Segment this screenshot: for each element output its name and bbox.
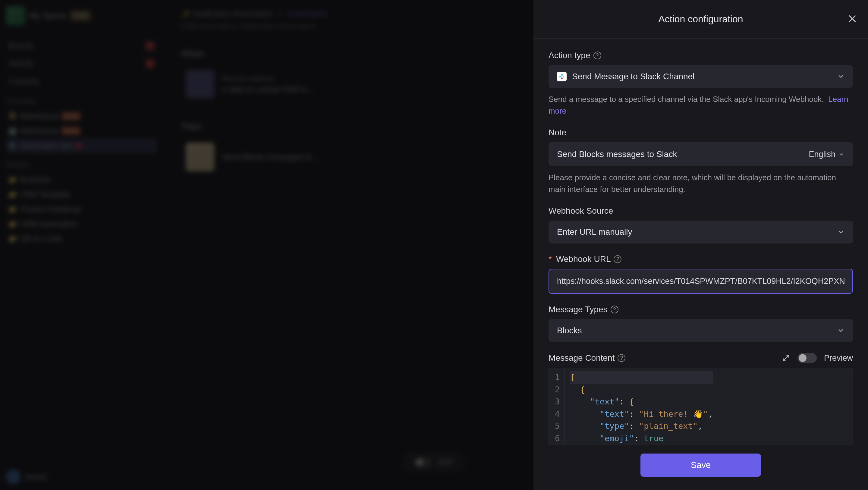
- action-type-select[interactable]: Send Message to Slack Channel: [549, 65, 853, 88]
- help-icon[interactable]: ?: [611, 306, 618, 313]
- close-button[interactable]: [847, 14, 857, 25]
- note-lang-select[interactable]: English: [809, 150, 844, 159]
- panel-title: Action configuration: [658, 13, 743, 25]
- help-icon[interactable]: ?: [614, 255, 621, 263]
- svg-rect-0: [559, 76, 561, 78]
- webhook-url-input[interactable]: [549, 269, 853, 294]
- message-types-label: Message Types: [549, 305, 608, 314]
- action-config-panel: Action configuration Action type ? Send …: [533, 0, 868, 490]
- note-input[interactable]: Send Blocks messages to Slack English: [549, 142, 853, 166]
- note-value: Send Blocks messages to Slack: [557, 150, 677, 159]
- preview-label: Preview: [824, 354, 853, 363]
- note-field: Note Send Blocks messages to Slack Engli…: [549, 128, 853, 195]
- line-gutter: 1234567: [549, 368, 565, 445]
- code-content: [ { "text": { "text": "Hi there! 👋", "ty…: [565, 368, 718, 445]
- svg-rect-1: [561, 74, 563, 75]
- action-type-field: Action type ? Send Message to Slack Chan…: [549, 51, 853, 117]
- chevron-down-icon: [838, 151, 844, 157]
- help-icon[interactable]: ?: [618, 354, 625, 362]
- chevron-down-icon: [837, 228, 844, 236]
- preview-toggle[interactable]: [798, 353, 817, 363]
- webhook-source-value: Enter URL manually: [557, 227, 632, 237]
- webhook-url-field: * Webhook URL ?: [549, 254, 853, 294]
- action-type-help: Send a message to a specified channel vi…: [549, 93, 853, 117]
- webhook-source-label: Webhook Source: [549, 206, 613, 216]
- note-help: Please provide a concise and clear note,…: [549, 172, 853, 195]
- message-types-value: Blocks: [557, 326, 582, 335]
- code-editor[interactable]: 1234567 [ { "text": { "text": "Hi there!…: [549, 368, 853, 445]
- message-content-label: Message Content: [549, 353, 615, 363]
- message-types-select[interactable]: Blocks: [549, 319, 853, 342]
- webhook-url-label: Webhook URL: [556, 254, 611, 264]
- message-types-field: Message Types ? Blocks: [549, 305, 853, 342]
- svg-rect-2: [563, 76, 564, 78]
- note-label: Note: [549, 128, 566, 137]
- close-icon: [847, 14, 857, 24]
- webhook-source-field: Webhook Source Enter URL manually: [549, 206, 853, 244]
- panel-footer: Save: [533, 445, 868, 490]
- chevron-down-icon: [837, 327, 844, 334]
- panel-body: Action type ? Send Message to Slack Chan…: [533, 38, 868, 445]
- slack-icon: [557, 72, 567, 81]
- svg-rect-3: [561, 78, 563, 79]
- required-indicator: *: [549, 254, 552, 264]
- help-icon[interactable]: ?: [593, 52, 601, 59]
- message-content-field: Message Content ? Preview 1234567 [ { "t…: [549, 353, 853, 445]
- chevron-down-icon: [837, 73, 844, 80]
- panel-header: Action configuration: [533, 0, 868, 38]
- webhook-source-select[interactable]: Enter URL manually: [549, 221, 853, 244]
- action-type-label: Action type: [549, 51, 590, 60]
- expand-icon[interactable]: [782, 354, 790, 362]
- action-type-value: Send Message to Slack Channel: [572, 72, 694, 81]
- save-button[interactable]: Save: [641, 454, 761, 477]
